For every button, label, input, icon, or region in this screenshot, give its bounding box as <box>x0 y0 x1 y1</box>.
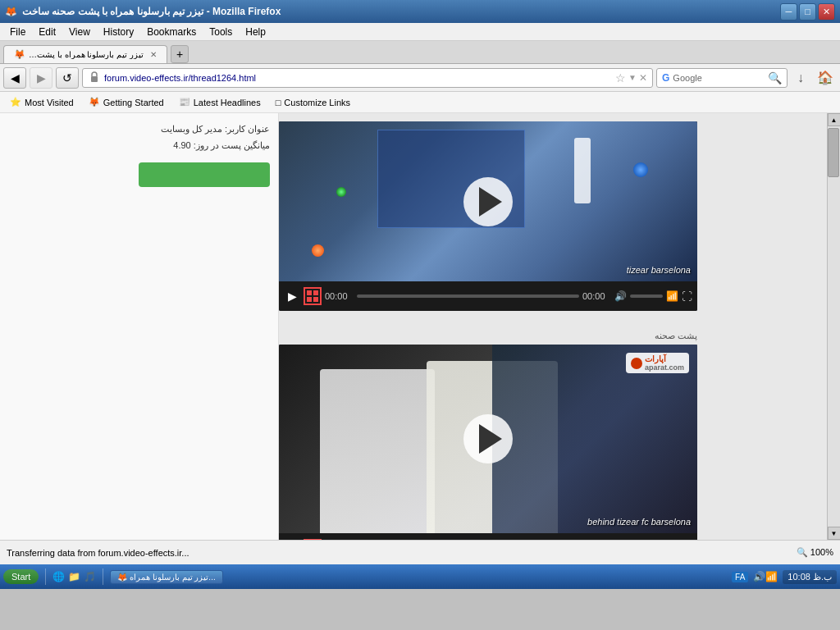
aparat-name: آپارات <box>645 354 684 363</box>
close-button[interactable]: ✕ <box>818 3 835 21</box>
ql-ie-icon[interactable]: 🌐 <box>52 571 65 582</box>
progress-bar-1[interactable] <box>357 294 579 298</box>
grid-icon-2[interactable] <box>304 539 322 540</box>
play-arrow-icon <box>479 187 502 217</box>
bookmarks-bar: ⭐ Most Visited 🦊 Getting Started 📰 Lates… <box>0 92 840 113</box>
grid-cell <box>313 290 318 295</box>
scrollbar-track: ▲ ▼ <box>827 113 840 540</box>
sphere-green <box>336 187 346 197</box>
bookmark-most-visited[interactable]: ⭐ Most Visited <box>5 95 79 109</box>
address-icons: ☆ ▼ ✕ <box>615 71 647 84</box>
volume-bar-1[interactable] <box>630 294 663 298</box>
menu-bookmarks[interactable]: Bookmarks <box>140 25 203 39</box>
grid-cell <box>307 297 312 302</box>
video-thumbnail-1: tizear barselona <box>279 121 697 281</box>
aparat-icon <box>631 358 642 369</box>
sphere-blue <box>633 162 648 177</box>
minimize-button[interactable]: ─ <box>780 3 797 21</box>
ql-media-icon[interactable]: 🎵 <box>84 571 96 582</box>
ql-folder-icon[interactable]: 📁 <box>68 571 80 582</box>
grid-cell <box>307 290 312 295</box>
video-thumbnail-2: آپارات aparat.com behind tizear fc barse… <box>279 345 697 533</box>
video-controls-2: ▶ 00:00 00:00 🔊 📶 ⛶ <box>279 533 697 540</box>
getting-started-icon: 🦊 <box>89 97 100 107</box>
titlebar-left: 🦊 تیزر تیم بارسلونا همراه با پشت صحنه سا… <box>5 6 281 17</box>
statusbar-right: 🔍 100% <box>797 547 833 558</box>
fullscreen-button-1[interactable]: ⛶ <box>682 290 692 303</box>
bookmark-star-icon[interactable]: ☆ <box>615 71 626 84</box>
taskbar-window-icon: 🦊 <box>117 573 127 582</box>
aparat-text: آپارات aparat.com <box>645 354 684 372</box>
aparat-url: aparat.com <box>645 363 684 372</box>
search-icon[interactable]: 🔍 <box>768 71 782 84</box>
most-visited-icon: ⭐ <box>10 97 21 107</box>
maximize-button[interactable]: □ <box>799 3 816 21</box>
scrollbar-down-button[interactable]: ▼ <box>828 527 841 540</box>
back-button[interactable]: ◀ <box>3 67 26 89</box>
menu-edit[interactable]: Edit <box>32 25 62 39</box>
customize-links-label: Customize Links <box>284 98 350 107</box>
new-tab-button[interactable]: + <box>171 45 189 63</box>
titlebar-title: تیزر تیم بارسلونا همراه با پشت صحنه ساخت… <box>22 6 281 17</box>
address-dropdown-icon[interactable]: ▼ <box>628 73 637 82</box>
sphere-orange <box>312 244 324 257</box>
zoom-value: 100% <box>810 547 833 557</box>
user-role-label: عنوان کاربر: <box>225 124 270 134</box>
person-left <box>320 369 435 533</box>
search-placeholder: Google <box>673 73 765 83</box>
action-button[interactable] <box>139 162 270 187</box>
start-button[interactable]: Start <box>3 569 39 584</box>
posts-label: میانگین پست در روز: <box>194 140 270 150</box>
menu-help[interactable]: Help <box>239 25 272 39</box>
download-button[interactable]: ↓ <box>791 67 810 89</box>
post-label: پشت صحنه <box>279 327 697 345</box>
statusbar: Transferring data from forum.video-effec… <box>0 540 840 564</box>
address-bar[interactable]: forum.video-effects.ir/thread1264.html ☆… <box>82 68 653 88</box>
bookmark-customize-links[interactable]: □ Customize Links <box>271 96 355 109</box>
bookmark-getting-started[interactable]: 🦊 Getting Started <box>84 95 169 109</box>
grid-icon-1[interactable] <box>304 287 322 305</box>
posts-value: 4.90 <box>173 140 190 150</box>
titlebar: 🦊 تیزر تیم بارسلونا همراه با پشت صحنه سا… <box>0 0 840 23</box>
play-button-1[interactable] <box>463 177 513 226</box>
zoom-level: 🔍 100% <box>797 547 833 558</box>
getting-started-label: Getting Started <box>103 98 164 107</box>
forward-button[interactable]: ▶ <box>30 67 52 89</box>
tabbar: 🦊 تیزر تیم بارسلونا همراه با پشت صحنه سا… <box>0 41 840 64</box>
navbar: ◀ ▶ ↺ forum.video-effects.ir/thread1264.… <box>0 64 840 92</box>
menu-view[interactable]: View <box>62 25 97 39</box>
menu-file[interactable]: File <box>3 25 32 39</box>
search-engine-icon: G <box>662 72 669 84</box>
lang-indicator: FA <box>732 572 748 582</box>
taskbar-window[interactable]: 🦊 تیزر تیم بارسلونا همراه... <box>110 570 222 584</box>
menu-history[interactable]: History <box>97 25 140 39</box>
play-arrow-icon-2 <box>479 424 502 454</box>
taskbar-window-title: تیزر تیم بارسلونا همراه... <box>130 573 216 582</box>
scrollbar-up-button[interactable]: ▲ <box>828 113 841 126</box>
play-button-2[interactable] <box>463 414 513 463</box>
firefox-icon: 🦊 <box>5 6 17 17</box>
search-box[interactable]: G Google 🔍 <box>656 68 788 88</box>
user-info: عنوان کاربر: مدیر کل وبسایت میانگین پست … <box>8 121 270 154</box>
system-tray-icons: 🔊📶 <box>753 571 778 582</box>
url-text: forum.video-effects.ir/thread1264.html <box>104 73 615 83</box>
grid-cell <box>313 297 318 302</box>
play-ctrl-button-1[interactable]: ▶ <box>284 290 300 303</box>
signal-icon-1: 📶 <box>666 290 678 302</box>
video-container-2: آپارات aparat.com behind tizear fc barse… <box>279 345 697 540</box>
sidebar: عنوان کاربر: مدیر کل وبسایت میانگین پست … <box>0 113 279 540</box>
browser-tab[interactable]: 🦊 تیزر تیم بارسلونا همراه با پشت صحنه سا… <box>3 45 167 63</box>
menu-tools[interactable]: Tools <box>203 25 239 39</box>
taskbar: Start 🌐 📁 🎵 🦊 تیزر تیم بارسلونا همراه...… <box>0 564 840 589</box>
tab-close-button[interactable]: ✕ <box>150 50 157 59</box>
scrollbar-thumb[interactable] <box>828 128 839 177</box>
taskbar-left: Start 🌐 📁 🎵 🦊 تیزر تیم بارسلونا همراه... <box>3 568 223 585</box>
customize-links-icon: □ <box>276 98 281 107</box>
home-button[interactable]: 🏠 <box>814 67 837 89</box>
video-block-2: آپارات aparat.com behind tizear fc barse… <box>279 345 697 540</box>
reload-button[interactable]: ↺ <box>56 67 79 89</box>
close-address-icon[interactable]: ✕ <box>639 72 647 84</box>
bookmark-latest-headlines[interactable]: 📰 Latest Headlines <box>174 95 266 109</box>
volume-icon-1[interactable]: 🔊 <box>614 290 627 302</box>
most-visited-label: Most Visited <box>25 98 74 107</box>
